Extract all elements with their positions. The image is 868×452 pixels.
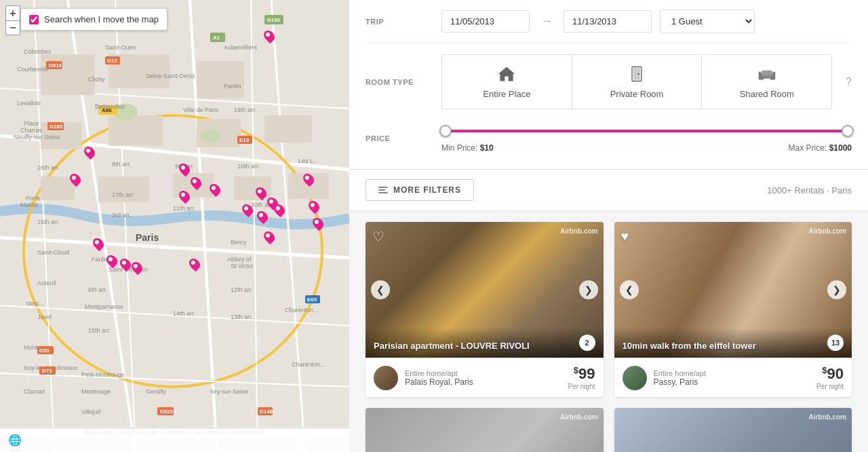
host-avatar bbox=[374, 366, 398, 390]
room-type-entire-button[interactable]: Entire Place bbox=[441, 54, 572, 109]
search-when-move-checkbox[interactable] bbox=[29, 15, 39, 24]
svg-text:Place: Place bbox=[24, 120, 39, 127]
svg-text:A1: A1 bbox=[213, 35, 220, 41]
svg-text:Colombes: Colombes bbox=[24, 48, 52, 55]
more-filters-row: MORE FILTERS 1000+ Rentals · Paris bbox=[349, 170, 868, 211]
price-slider-track[interactable] bbox=[441, 130, 852, 132]
svg-text:Aubervilliers: Aubervilliers bbox=[224, 44, 258, 51]
wishlist-heart-button[interactable]: ♥ bbox=[621, 229, 629, 244]
svg-text:16th arr.: 16th arr. bbox=[37, 219, 60, 225]
house-icon bbox=[497, 64, 516, 83]
svg-text:Batignolles: Batignolles bbox=[95, 103, 125, 110]
svg-text:D148: D148 bbox=[260, 409, 273, 415]
listing-card[interactable]: Airbnb.com ♡ ❮ ❯ Parisian apartment - LO… bbox=[366, 222, 604, 397]
price-max-thumb[interactable] bbox=[842, 125, 854, 137]
card-image: Airbnb.com ❮ ❯ Charming Studio near Mara… bbox=[366, 408, 604, 452]
svg-text:14th arr.: 14th arr. bbox=[173, 310, 195, 317]
svg-text:Montrouge: Montrouge bbox=[81, 388, 111, 395]
svg-rect-108 bbox=[759, 72, 762, 80]
language-currency-bar[interactable]: 🌐 bbox=[0, 428, 349, 452]
globe-icon: 🌐 bbox=[8, 434, 22, 447]
airbnb-watermark: Airbnb.com bbox=[808, 227, 846, 235]
listing-card[interactable]: Airbnb.com ♥ ❮ ❯ 10min walk from the eif… bbox=[614, 222, 852, 397]
card-image: Airbnb.com ♡ ❮ ❯ Parisian apartment - LO… bbox=[366, 222, 604, 358]
card-next-button[interactable]: ❯ bbox=[579, 280, 598, 299]
search-when-move-label[interactable]: Search when I move the map bbox=[44, 14, 159, 24]
wishlist-heart-button[interactable]: ♡ bbox=[372, 229, 384, 245]
svg-text:15th arr.: 15th arr. bbox=[88, 327, 111, 334]
card-location: Palais Royal, Paris bbox=[405, 377, 561, 387]
svg-text:N185: N185 bbox=[50, 124, 63, 130]
svg-text:Clichy: Clichy bbox=[88, 76, 105, 83]
price-min-thumb[interactable] bbox=[439, 125, 452, 137]
svg-text:Saint-Cloud: Saint-Cloud bbox=[37, 249, 69, 256]
svg-text:19th arr.: 19th arr. bbox=[234, 107, 256, 113]
host-avatar bbox=[623, 366, 647, 390]
svg-text:Gentilly: Gentilly bbox=[146, 388, 167, 395]
svg-text:Villejuif: Villejuif bbox=[81, 409, 101, 415]
listing-card[interactable]: Airbnb.com ❮ ❯ Charming Studio near Mara… bbox=[366, 408, 604, 452]
svg-text:10th arr.: 10th arr. bbox=[237, 163, 260, 170]
price-label: PRICE bbox=[366, 134, 433, 143]
svg-text:Levallois: Levallois bbox=[17, 100, 41, 107]
svg-text:St Victor: St Victor bbox=[231, 263, 254, 269]
shared-room-label: Shared Room bbox=[740, 89, 794, 99]
svg-text:D50: D50 bbox=[39, 347, 50, 354]
right-panel: TRIP → 1 Guest 2 Guests 3 Guests 4 Guest… bbox=[349, 0, 868, 452]
price-per-night: Per night bbox=[568, 383, 595, 390]
listing-card[interactable]: Airbnb.com ❮ ❯ Modern Flat - Montmartre … bbox=[614, 408, 852, 452]
room-type-private-button[interactable]: Private Room bbox=[572, 54, 702, 109]
room-type-shared-button[interactable]: Shared Room bbox=[701, 54, 832, 109]
card-prev-button[interactable]: ❮ bbox=[371, 280, 390, 299]
svg-text:Petit-Montrouge: Petit-Montrouge bbox=[81, 371, 125, 378]
room-type-row: ROOM TYPE Entire Place Private R bbox=[366, 43, 852, 115]
price-slider-container: Min Price: $10 Max Price: $1000 bbox=[441, 124, 852, 153]
svg-text:Javel: Javel bbox=[37, 314, 52, 320]
date-to-input[interactable] bbox=[564, 10, 652, 33]
room-type-options: Entire Place Private Room bbox=[441, 54, 832, 109]
price-labels: Min Price: $10 Max Price: $1000 bbox=[441, 143, 852, 153]
zoom-out-button[interactable]: − bbox=[5, 20, 20, 35]
svg-text:6th arr.: 6th arr. bbox=[88, 286, 107, 293]
svg-point-26 bbox=[200, 129, 220, 143]
guest-select[interactable]: 1 Guest 2 Guests 3 Guests 4 Guests bbox=[660, 10, 755, 33]
price-min-label: Min Price: $10 bbox=[441, 143, 494, 153]
map-panel: Courbevoie Levallois Neuilly-sur-Seine 1… bbox=[0, 0, 349, 452]
svg-text:17th arr.: 17th arr. bbox=[112, 191, 134, 198]
card-prev-button[interactable]: ❮ bbox=[620, 280, 639, 299]
card-title: 10min walk from the eiffel tower bbox=[623, 341, 756, 351]
svg-text:Charenton...: Charenton... bbox=[285, 307, 319, 314]
svg-text:3rd arr.: 3rd arr. bbox=[112, 212, 132, 219]
svg-rect-112 bbox=[762, 71, 772, 75]
svg-text:11th arr.: 11th arr. bbox=[173, 205, 195, 212]
svg-text:E19: E19 bbox=[239, 137, 250, 143]
card-next-button[interactable]: ❯ bbox=[827, 280, 846, 299]
card-info: Entire home/apt Palais Royal, Paris $99 … bbox=[366, 358, 604, 397]
more-filters-button[interactable]: MORE FILTERS bbox=[366, 179, 474, 201]
svg-text:Paris: Paris bbox=[136, 232, 159, 243]
svg-text:Pantin: Pantin bbox=[224, 83, 241, 90]
svg-text:E65: E65 bbox=[307, 297, 317, 303]
price-currency: $ bbox=[822, 365, 827, 375]
svg-rect-13 bbox=[41, 54, 95, 95]
svg-rect-109 bbox=[773, 72, 776, 80]
svg-text:Saint-Ouen: Saint-Ouen bbox=[105, 44, 136, 51]
card-price: $90 Per night bbox=[816, 365, 844, 390]
svg-text:Montparnasse: Montparnasse bbox=[85, 303, 123, 310]
zoom-in-button[interactable]: + bbox=[5, 5, 20, 20]
svg-text:Courbevoie: Courbevoie bbox=[17, 66, 48, 73]
svg-rect-15 bbox=[197, 61, 244, 98]
airbnb-watermark: Airbnb.com bbox=[560, 413, 598, 421]
svg-rect-111 bbox=[770, 77, 773, 80]
card-title-overlay: Parisian apartment - LOUVRE RIVOLI 2 bbox=[366, 328, 604, 358]
date-from-input[interactable] bbox=[441, 10, 530, 33]
svg-point-106 bbox=[637, 73, 639, 75]
entire-place-label: Entire Place bbox=[483, 89, 530, 99]
svg-text:Charras: Charras bbox=[20, 127, 43, 134]
room-type-help-icon[interactable]: ? bbox=[846, 76, 852, 88]
svg-text:D19: D19 bbox=[107, 58, 117, 64]
svg-text:Auteuil: Auteuil bbox=[37, 280, 56, 286]
svg-text:12th arr.: 12th arr. bbox=[231, 286, 253, 293]
svg-text:Maillot: Maillot bbox=[20, 202, 39, 208]
card-location: Passy, Paris bbox=[654, 377, 810, 387]
